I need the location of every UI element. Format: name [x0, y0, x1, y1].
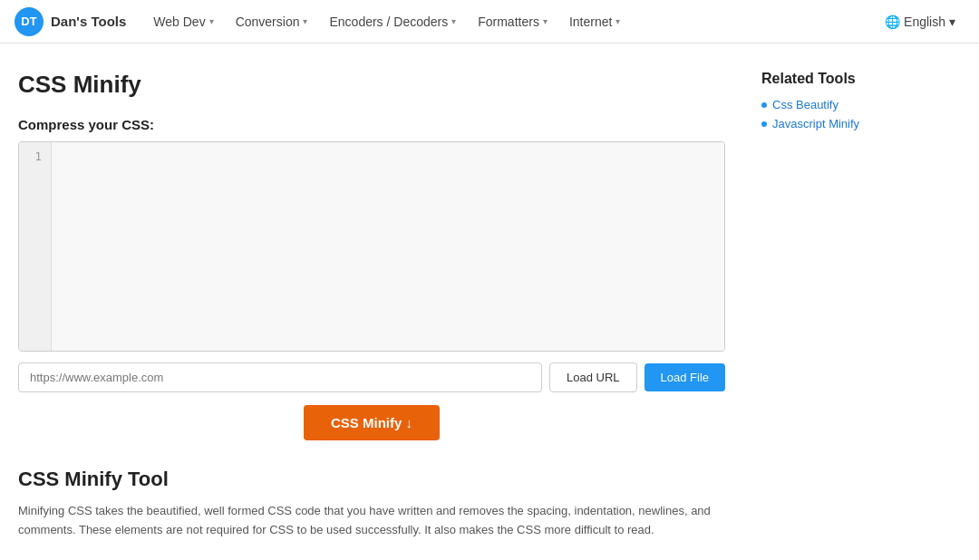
nav-internet[interactable]: Internet ▾ — [560, 9, 629, 34]
related-tools-title: Related Tools — [761, 71, 961, 87]
minify-button[interactable]: CSS Minify ↓ — [304, 405, 440, 440]
desc-text: Minifying CSS takes the beautified, well… — [18, 502, 725, 540]
nav-webdev[interactable]: Web Dev ▾ — [144, 9, 222, 34]
nav-items: Web Dev ▾ Conversion ▾ Encoders / Decode… — [144, 9, 629, 34]
load-url-button[interactable]: Load URL — [549, 362, 637, 392]
chevron-down-icon: ▾ — [451, 16, 456, 26]
related-tools-list: Css Beautify Javascript Minify — [761, 98, 961, 130]
page-layout: CSS Minify Compress your CSS: 1 Load URL… — [0, 43, 979, 560]
chevron-down-icon: ▾ — [616, 16, 620, 26]
bullet-icon — [761, 102, 767, 108]
sidebar: Related Tools Css Beautify Javascript Mi… — [761, 71, 961, 540]
nav-conversion[interactable]: Conversion ▾ — [227, 9, 317, 34]
url-input[interactable] — [18, 362, 542, 392]
chevron-down-icon: ▾ — [949, 14, 955, 29]
list-item: Css Beautify — [761, 98, 961, 111]
nav-encoders[interactable]: Encoders / Decoders ▾ — [320, 9, 465, 34]
page-title: CSS Minify — [18, 71, 725, 99]
url-row: Load URL Load File — [18, 362, 725, 392]
logo-circle: DT — [15, 7, 44, 36]
load-file-button[interactable]: Load File — [645, 363, 725, 391]
chevron-down-icon: ▾ — [303, 16, 307, 26]
globe-icon: 🌐 — [885, 14, 900, 29]
navbar: DT Dan's Tools Web Dev ▾ Conversion ▾ En… — [0, 0, 979, 43]
related-link-js-minify[interactable]: Javascript Minify — [772, 117, 859, 130]
logo[interactable]: DT Dan's Tools — [15, 7, 126, 36]
main-content: CSS Minify Compress your CSS: 1 Load URL… — [18, 71, 725, 540]
css-input[interactable] — [52, 142, 724, 351]
chevron-down-icon: ▾ — [209, 16, 214, 26]
code-editor-inner: 1 — [19, 142, 724, 351]
list-item: Javascript Minify — [761, 117, 961, 130]
language-selector[interactable]: 🌐 English ▾ — [876, 9, 964, 34]
chevron-down-icon: ▾ — [543, 16, 548, 26]
section-label: Compress your CSS: — [18, 117, 725, 132]
nav-right: 🌐 English ▾ — [876, 9, 964, 34]
brand-name: Dan's Tools — [51, 14, 126, 29]
line-numbers: 1 — [19, 142, 52, 351]
code-editor-wrapper: 1 — [18, 141, 725, 352]
nav-formatters[interactable]: Formatters ▾ — [469, 9, 557, 34]
bullet-icon — [761, 121, 767, 127]
desc-title: CSS Minify Tool — [18, 468, 725, 491]
related-link-css-beautify[interactable]: Css Beautify — [772, 98, 838, 111]
